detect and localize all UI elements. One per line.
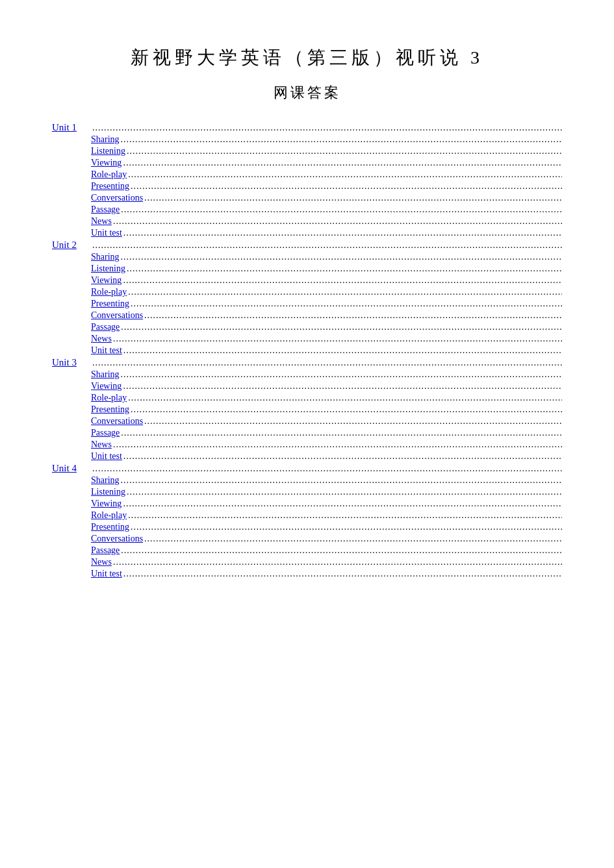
unit-3-item-3-dots <box>127 393 562 403</box>
unit-2-item-2-link[interactable]: Listening <box>91 264 125 274</box>
unit-2-item-8-link[interactable]: News <box>91 334 112 344</box>
unit-2-item-6-link[interactable]: Conversations <box>91 310 143 321</box>
unit-4-dots <box>91 464 562 474</box>
unit-1-item-1-dots <box>120 134 562 145</box>
unit-2-item-3-link[interactable]: Viewing <box>91 275 122 286</box>
unit-2-item-3-dots <box>122 275 562 286</box>
unit-1-item-3-link[interactable]: Viewing <box>91 158 122 168</box>
unit-1-item-3-dots <box>122 158 562 168</box>
unit-4-item-8-link[interactable]: News <box>91 557 112 567</box>
unit-2-item-2: Listening <box>52 264 562 274</box>
page-subtitle: 网课答案 <box>52 83 562 103</box>
unit-1-dots <box>91 123 562 133</box>
unit-3-item-2-link[interactable]: Viewing <box>91 381 122 391</box>
unit-3-item-8-link[interactable]: Unit test <box>91 451 122 462</box>
unit-1-item-1: Sharing <box>52 134 562 145</box>
unit-3-dots <box>91 358 562 368</box>
unit-1-item-3: Viewing <box>52 158 562 168</box>
unit-4-item-9: Unit test <box>52 569 562 579</box>
unit-1-item-8: News <box>52 216 562 227</box>
unit-3-item-1-dots <box>120 369 562 380</box>
unit-3-item-5-link[interactable]: Conversations <box>91 416 143 427</box>
unit-4-item-3-dots <box>122 499 562 509</box>
unit-4-item-4-link[interactable]: Role-play <box>91 510 127 521</box>
unit-1-item-7-link[interactable]: Passage <box>91 205 120 215</box>
unit-4-item-6-link[interactable]: Conversations <box>91 534 143 544</box>
unit-3-item-5-dots <box>143 416 562 427</box>
unit-1-item-2-dots <box>125 146 562 156</box>
unit-1-item-5: Presenting <box>52 181 562 192</box>
unit-2-item-7-link[interactable]: Passage <box>91 322 120 332</box>
unit-1-item-4-link[interactable]: Role-play <box>91 169 127 180</box>
unit-3-item-1: Sharing <box>52 369 562 380</box>
unit-3-label[interactable]: Unit 3 <box>52 357 91 368</box>
unit-3-item-7-link[interactable]: News <box>91 440 112 450</box>
unit-2-item-6: Conversations <box>52 310 562 321</box>
unit-4-item-7: Passage <box>52 545 562 556</box>
unit-1-label[interactable]: Unit 1 <box>52 122 91 133</box>
unit-1-item-8-link[interactable]: News <box>91 216 112 227</box>
unit-3-item-4-link[interactable]: Presenting <box>91 404 129 415</box>
unit-4-item-8-dots <box>112 557 562 567</box>
unit-4-item-2-link[interactable]: Listening <box>91 487 125 497</box>
unit-2-item-1: Sharing <box>52 252 562 262</box>
unit-1-item-4-dots <box>127 169 562 180</box>
unit-2-item-4-link[interactable]: Role-play <box>91 287 127 297</box>
unit-4-item-1-dots <box>120 475 562 486</box>
unit-3-item-2-dots <box>122 381 562 391</box>
unit-1-item-4: Role-play <box>52 169 562 180</box>
unit-4-item-1: Sharing <box>52 475 562 486</box>
unit-1-item-6-dots <box>143 193 562 203</box>
unit-1-item-8-dots <box>112 216 562 227</box>
unit-1-item-9-link[interactable]: Unit test <box>91 228 122 238</box>
unit-1-item-7-dots <box>120 205 562 215</box>
unit-1-item-9-dots <box>122 228 562 238</box>
unit-3-item-8: Unit test <box>52 451 562 462</box>
unit-4-item-1-link[interactable]: Sharing <box>91 475 120 486</box>
unit-1-item-2: Listening <box>52 146 562 156</box>
unit-4-item-9-link[interactable]: Unit test <box>91 569 122 579</box>
unit-4-item-3: Viewing <box>52 499 562 509</box>
unit-4-item-5-link[interactable]: Presenting <box>91 522 129 532</box>
unit-3-item-6-link[interactable]: Passage <box>91 428 120 438</box>
unit-4-item-7-link[interactable]: Passage <box>91 545 120 556</box>
unit-3-item-3: Role-play <box>52 393 562 403</box>
unit-3-item-4-dots <box>129 404 562 415</box>
unit-3-item-8-dots <box>122 451 562 462</box>
unit-4-item-6: Conversations <box>52 534 562 544</box>
unit-1-item-2-link[interactable]: Listening <box>91 146 125 156</box>
table-of-contents: Unit 1SharingListeningViewingRole-playPr… <box>52 122 562 579</box>
unit-2-item-4: Role-play <box>52 287 562 297</box>
unit-1-item-9: Unit test <box>52 228 562 238</box>
unit-3-item-6-dots <box>120 428 562 438</box>
unit-4-label[interactable]: Unit 4 <box>52 463 91 474</box>
unit-3-item-1-link[interactable]: Sharing <box>91 369 120 380</box>
unit-2-label[interactable]: Unit 2 <box>52 240 91 251</box>
unit-3-item-7: News <box>52 440 562 450</box>
unit-4-item-3-link[interactable]: Viewing <box>91 499 122 509</box>
unit-3-item-5: Conversations <box>52 416 562 427</box>
unit-2-dots <box>91 240 562 251</box>
unit-2-item-9: Unit test <box>52 345 562 356</box>
unit-2-item-3: Viewing <box>52 275 562 286</box>
unit-1-item-6-link[interactable]: Conversations <box>91 193 143 203</box>
unit-3-item-2: Viewing <box>52 381 562 391</box>
unit-2-row: Unit 2 <box>52 240 562 251</box>
unit-1-item-5-link[interactable]: Presenting <box>91 181 129 192</box>
unit-3-item-7-dots <box>112 440 562 450</box>
unit-4-item-7-dots <box>120 545 562 556</box>
unit-4-item-2-dots <box>125 487 562 497</box>
unit-3-row: Unit 3 <box>52 357 562 368</box>
unit-2-item-9-link[interactable]: Unit test <box>91 345 122 356</box>
unit-3-item-3-link[interactable]: Role-play <box>91 393 127 403</box>
unit-2-item-5-link[interactable]: Presenting <box>91 299 129 309</box>
unit-2-item-8: News <box>52 334 562 344</box>
unit-2-item-6-dots <box>143 310 562 321</box>
unit-4-item-5: Presenting <box>52 522 562 532</box>
unit-1-item-1-link[interactable]: Sharing <box>91 134 120 145</box>
unit-2-item-7: Passage <box>52 322 562 332</box>
unit-4-item-9-dots <box>122 569 562 579</box>
unit-2-item-1-link[interactable]: Sharing <box>91 252 120 262</box>
unit-4-item-8: News <box>52 557 562 567</box>
unit-2-item-8-dots <box>112 334 562 344</box>
